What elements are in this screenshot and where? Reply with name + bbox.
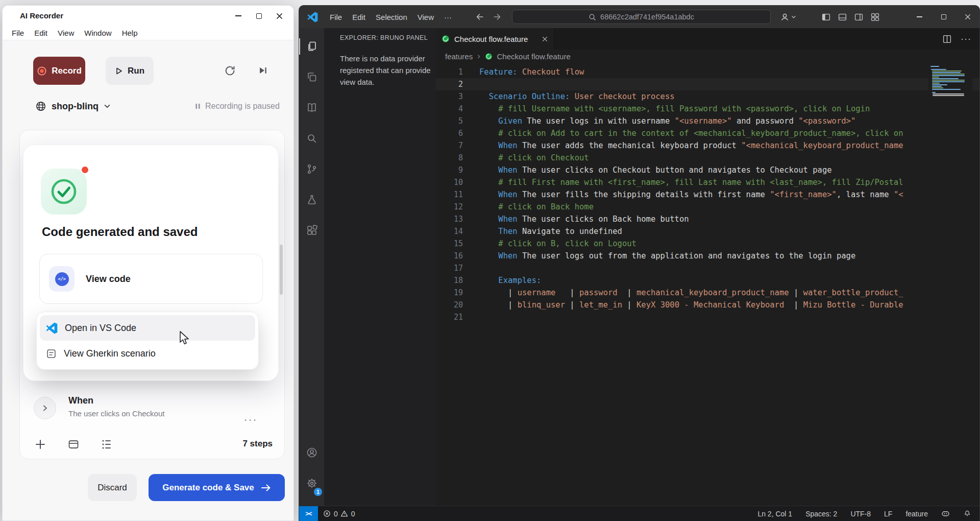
problems-indicator[interactable]: 0 0 <box>323 510 355 518</box>
code-line-11[interactable]: 11 When The user fills the shipping deta… <box>435 188 979 201</box>
toggle-sidebar-icon[interactable] <box>822 13 830 21</box>
minimap-line <box>931 69 946 70</box>
activity-search[interactable] <box>299 123 324 154</box>
code-line-12[interactable]: 12 # click on Back home <box>435 201 979 213</box>
expand-step-button[interactable] <box>34 397 56 419</box>
code-line-16[interactable]: 16 When The user logs out from the appli… <box>435 250 979 262</box>
minimize-button[interactable] <box>228 6 249 26</box>
code-line-5[interactable]: 5 Given The user logs in with username "… <box>435 115 979 127</box>
indentation[interactable]: Spaces: 2 <box>805 510 837 518</box>
back-arrow-icon[interactable] <box>475 12 484 21</box>
breadcrumb-file[interactable]: Checkout flow.feature <box>497 52 571 61</box>
run-button[interactable]: Run <box>106 57 154 85</box>
recorder-menu-view[interactable]: View <box>53 28 79 38</box>
skip-to-end-button[interactable] <box>252 60 274 81</box>
vscode-menu-edit[interactable]: Edit <box>348 11 370 23</box>
toggle-secondary-sidebar-icon[interactable] <box>854 13 863 21</box>
activity-accounts[interactable] <box>299 437 324 468</box>
vscode-titlebar[interactable]: FileEditSelectionView··· 68662c2adf741ef… <box>299 6 979 28</box>
close-button[interactable] <box>955 6 979 28</box>
language-mode[interactable]: feature <box>905 510 928 518</box>
recorder-menu-edit[interactable]: Edit <box>29 28 53 38</box>
copilot-status-icon[interactable] <box>941 509 950 518</box>
code-line-6[interactable]: 6 # click on Add to cart in the context … <box>435 127 979 139</box>
add-step-button[interactable] <box>33 437 48 452</box>
line-number: 20 <box>435 299 463 311</box>
encoding[interactable]: UTF-8 <box>850 510 871 518</box>
code-line-2[interactable]: 2 <box>435 78 979 90</box>
recorder-menu-help[interactable]: Help <box>117 28 143 38</box>
minimap[interactable] <box>928 64 972 506</box>
copilot-menu[interactable] <box>780 6 796 28</box>
cursor-position[interactable]: Ln 2, Col 1 <box>757 510 792 518</box>
menu-item-open-in-vscode[interactable]: Open in VS Code <box>40 315 255 341</box>
code-line-9[interactable]: 9 When The user clicks on Checkout butto… <box>435 164 979 176</box>
editor-more-button[interactable]: ··· <box>961 34 971 44</box>
vscode-menu-file[interactable]: File <box>325 11 347 23</box>
status-right: Ln 2, Col 1 Spaces: 2 UTF-8 LF feature <box>757 509 979 518</box>
activity-copy[interactable] <box>299 62 324 92</box>
editor[interactable]: 1Feature: Checkout flow23 Scenario Outli… <box>435 63 979 506</box>
vscode-menu-more[interactable]: ··· <box>439 11 456 23</box>
code-line-7[interactable]: 7 When The user adds the mechanical keyb… <box>435 139 979 152</box>
step-more-button[interactable]: ··· <box>243 412 257 427</box>
activity-docs[interactable] <box>299 92 324 123</box>
code-line-18[interactable]: 18 Examples: <box>435 274 979 287</box>
eol[interactable]: LF <box>884 510 892 518</box>
breadcrumbs[interactable]: features › Checkout flow.feature <box>435 50 979 63</box>
activity-extensions[interactable] <box>299 215 324 246</box>
vscode-menu-view[interactable]: View <box>413 11 438 23</box>
tab-label: Checkout flow.feature <box>454 35 537 43</box>
code-line-20[interactable]: 20 | blinq_user | let_me_in | KeyX 3000 … <box>435 299 979 311</box>
activity-settings[interactable]: 1 <box>299 468 324 499</box>
command-center[interactable]: 68662c2adf741ef954a1abdc <box>512 10 771 24</box>
generate-save-button[interactable]: Generate code & Save <box>149 474 285 501</box>
code-line-21[interactable]: 21 <box>435 311 979 323</box>
discard-button[interactable]: Discard <box>88 474 137 501</box>
code-line-8[interactable]: 8 # click on Checkout <box>435 152 979 164</box>
refresh-button[interactable] <box>219 60 240 81</box>
code-line-19[interactable]: 19 | username | password | mechanical_ke… <box>435 287 979 299</box>
activity-explorer[interactable] <box>299 31 324 62</box>
card-view-button[interactable] <box>66 437 81 452</box>
project-selector[interactable]: shop-blinq <box>35 99 111 114</box>
maximize-button[interactable] <box>249 6 269 26</box>
scrollbar[interactable] <box>280 245 283 295</box>
close-tab-icon[interactable] <box>542 36 548 42</box>
code-line-13[interactable]: 13 When The user clicks on Back home but… <box>435 213 979 225</box>
activity-source-control[interactable] <box>299 154 324 184</box>
bell-icon[interactable] <box>963 510 971 518</box>
forward-arrow-icon[interactable] <box>493 12 502 21</box>
record-button[interactable]: Record <box>33 57 85 85</box>
close-button[interactable] <box>269 6 289 26</box>
split-editor-icon[interactable] <box>943 35 951 43</box>
activity-testing[interactable] <box>299 184 324 215</box>
recorder-menu-file[interactable]: File <box>7 28 29 38</box>
code-line-1[interactable]: 1Feature: Checkout flow <box>435 66 979 78</box>
toggle-panel-icon[interactable] <box>838 13 847 21</box>
menu-item-view-gherkin[interactable]: View Gherkin scenario <box>40 341 255 366</box>
customize-layout-icon[interactable] <box>871 13 879 21</box>
remote-indicator[interactable]: >< <box>299 506 318 521</box>
recorder-menu-window[interactable]: Window <box>79 28 116 38</box>
vscode-menu-selection[interactable]: Selection <box>371 11 412 23</box>
list-tree-button[interactable] <box>99 437 114 452</box>
code-line-15[interactable]: 15 # click on B, click on Logout <box>435 238 979 250</box>
code-text: When The user clicks on Back home button <box>479 213 689 225</box>
search-icon <box>306 132 318 145</box>
view-code-button[interactable]: </> View code <box>39 254 263 304</box>
code-line-14[interactable]: 14 Then Navigate to undefined <box>435 225 979 238</box>
recorder-titlebar[interactable]: AI Recorder <box>3 6 293 26</box>
code-line-10[interactable]: 10 # fill First name with <first_name>, … <box>435 176 979 188</box>
notification-dot <box>81 165 89 174</box>
mouse-cursor <box>176 330 190 346</box>
minimize-icon <box>917 16 922 17</box>
maximize-button[interactable] <box>932 6 955 28</box>
code-line-17[interactable]: 17 <box>435 262 979 274</box>
chevron-right-icon <box>41 404 49 412</box>
breadcrumb-folder[interactable]: features <box>445 52 473 61</box>
tab-checkout-flow-feature[interactable]: Checkout flow.feature <box>435 28 554 50</box>
code-line-3[interactable]: 3 Scenario Outline: User checkout proces… <box>435 90 979 103</box>
code-line-4[interactable]: 4 # fill Username with <username>, fill … <box>435 103 979 115</box>
minimize-button[interactable] <box>908 6 932 28</box>
